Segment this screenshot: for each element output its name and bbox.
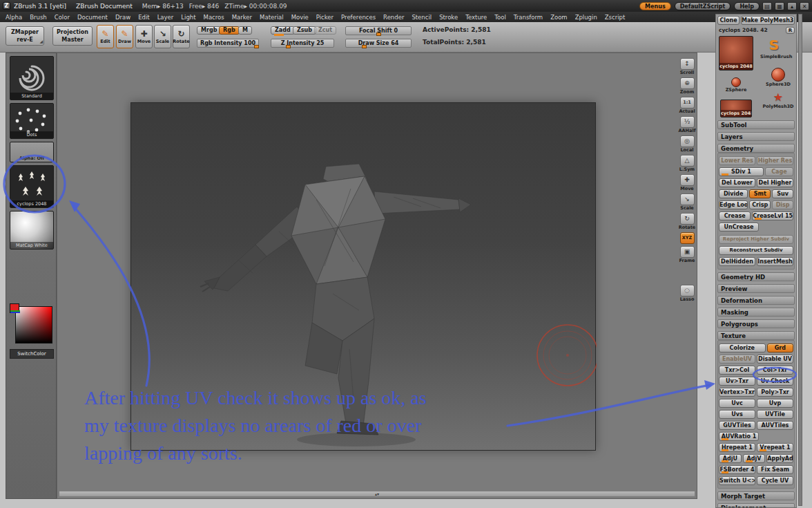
grd-button[interactable]: Grd <box>767 344 793 352</box>
rotate-button[interactable]: ↻ Rotate <box>173 25 190 48</box>
scale-button[interactable]: ↘ Scale <box>154 25 171 48</box>
menu-stroke[interactable]: Stroke <box>439 14 458 21</box>
minimize-icon[interactable]: ▴ <box>787 2 797 10</box>
auvratio-slider[interactable]: AUVRatio 1 <box>719 432 759 441</box>
delhidden-button[interactable]: DelHidden <box>719 257 755 266</box>
vrepeat-slider[interactable]: Vrepeat 1 <box>757 443 793 452</box>
mrgb-button[interactable]: Mrgb <box>197 26 221 35</box>
zsphere-tool[interactable]: ZSphere <box>720 77 752 93</box>
lsym-button[interactable]: △ L.Sym <box>678 155 696 172</box>
menu-picker[interactable]: Picker <box>316 14 334 21</box>
menu-zoom[interactable]: Zoom <box>550 14 568 21</box>
section-subtool[interactable]: SubTool <box>717 120 795 129</box>
menu-macros[interactable]: Macros <box>204 14 224 21</box>
menu-layer[interactable]: Layer <box>157 14 174 21</box>
menu-edit[interactable]: Edit <box>138 14 149 21</box>
reconstruct-subdiv-button[interactable]: Reconstruct Subdiv <box>719 246 793 255</box>
texture-tool-thumbnail[interactable]: cyclops 2048 <box>720 100 752 117</box>
adjv-slider[interactable]: AdjV <box>743 454 766 463</box>
rgb-button[interactable]: Rgb <box>219 26 240 35</box>
move-shelf-button[interactable]: ✚ Move <box>678 174 696 191</box>
divide-button[interactable]: Divide <box>719 189 748 198</box>
canvas-scrollbar[interactable]: ▴▾ <box>59 491 695 497</box>
simplebrush-tool[interactable]: S SimpleBrush <box>760 36 788 59</box>
aahalf-button[interactable]: ½ AAHalf <box>678 116 696 133</box>
cage-button[interactable]: Cage <box>765 167 793 176</box>
menu-marker[interactable]: Marker <box>232 14 252 21</box>
auvtiles-button[interactable]: AUVTiles <box>757 421 793 430</box>
lower-res-button[interactable]: Lower Res <box>719 156 755 165</box>
uvtile-button[interactable]: UVTile <box>757 410 793 419</box>
tool-panel-scrollbar[interactable] <box>798 14 802 506</box>
menu-brush[interactable]: Brush <box>30 14 47 21</box>
scroll-button[interactable]: ↕ Scroll <box>678 58 696 75</box>
higher-res-button[interactable]: Higher Res <box>757 156 793 165</box>
menu-light[interactable]: Light <box>181 14 195 21</box>
rotate-shelf-button[interactable]: ↻ Rotate <box>678 213 696 230</box>
menus-button[interactable]: Menus <box>639 2 671 10</box>
scrollbar-arrows-icon[interactable]: ▴▾ <box>375 491 379 496</box>
menu-alpha[interactable]: Alpha <box>6 14 22 21</box>
zoom-button[interactable]: ⊕ Zoom <box>678 77 696 95</box>
creaselvl-slider[interactable]: CreaseLvl 15 <box>752 211 793 220</box>
projection-master-button[interactable]: Projection Master <box>52 26 93 46</box>
section-geometry-hd[interactable]: Geometry HD <box>717 272 795 281</box>
menu-texture[interactable]: Texture <box>465 14 487 21</box>
shade-icon[interactable]: ▦ <box>775 2 784 10</box>
section-masking[interactable]: Masking <box>717 308 795 317</box>
draw-button[interactable]: ✎ Draw <box>116 25 133 48</box>
section-layers[interactable]: Layers <box>717 132 795 141</box>
menu-movie[interactable]: Movie <box>291 14 309 21</box>
section-displacement[interactable]: Displacement <box>717 503 795 508</box>
hrepeat-slider[interactable]: Hrepeat 1 <box>719 443 755 452</box>
rgb-intensity-slider[interactable]: Rgb Intensity 100 <box>197 39 259 48</box>
color-picker-gradient[interactable] <box>15 306 52 344</box>
reproject-higher-subdiv-button[interactable]: Reproject Higher Subdiv <box>719 235 793 244</box>
menu-draw[interactable]: Draw <box>115 14 130 21</box>
alpha-thumbnail[interactable]: Alpha: Off <box>10 142 54 162</box>
xyz-button[interactable]: XYZ <box>678 232 696 244</box>
smt-button[interactable]: Smt <box>749 189 771 198</box>
scale-shelf-button[interactable]: ↘ Scale <box>678 194 696 211</box>
poly-txr-button[interactable]: Poly>Txr <box>757 388 793 397</box>
texture-thumbnail[interactable]: cyclops 2048 <box>10 165 54 208</box>
txr-col-button[interactable]: Txr>Col <box>719 366 755 375</box>
local-button[interactable]: ◎ Local <box>678 135 696 153</box>
draw-size-slider[interactable]: Draw Size 64 <box>345 39 412 48</box>
uvs-button[interactable]: Uvs <box>719 410 755 419</box>
polymesh3d-tool[interactable]: ★ PolyMesh3D <box>762 91 795 109</box>
move-button[interactable]: ✚ Move <box>135 25 153 48</box>
insertmesh-button[interactable]: InsertMesh <box>757 257 793 266</box>
z-intensity-slider[interactable]: Z Intensity 25 <box>271 39 334 48</box>
rgb-swatch-icon[interactable] <box>10 303 19 313</box>
menu-preferences[interactable]: Preferences <box>341 14 376 21</box>
section-morph-target[interactable]: Morph Target <box>717 491 795 500</box>
vertex-txr-button[interactable]: Vertex>Txr <box>719 388 755 397</box>
disp-button[interactable]: Disp <box>772 200 793 209</box>
section-texture[interactable]: Texture <box>717 331 795 340</box>
default-zscript-button[interactable]: DefaultZScript <box>675 2 731 10</box>
menu-document[interactable]: Document <box>77 14 108 21</box>
uv-txr-button[interactable]: Uv>Txr <box>719 377 755 386</box>
m-button[interactable]: M <box>238 26 252 35</box>
adju-slider[interactable]: AdjU <box>719 454 742 463</box>
crease-button[interactable]: Crease <box>719 211 751 220</box>
help-button[interactable]: Help <box>734 2 760 10</box>
menu-transform[interactable]: Transform <box>514 14 543 21</box>
edge-loop-button[interactable]: Edge Loop <box>719 200 748 209</box>
menu-material[interactable]: Material <box>260 14 284 21</box>
disableuv-button[interactable]: Disable UV <box>757 355 793 364</box>
col-txr-button[interactable]: Col>Txr <box>757 366 793 375</box>
section-polygroups[interactable]: Polygroups <box>717 319 795 328</box>
colorize-button[interactable]: Colorize <box>719 344 766 352</box>
menu-zscript[interactable]: Zscript <box>605 14 626 21</box>
matcap-thumbnail[interactable]: MatCap White <box>10 211 54 250</box>
cycle-uv-button[interactable]: Cycle UV <box>757 476 793 485</box>
crisp-button[interactable]: Crisp <box>749 200 771 209</box>
z-intensity-knob[interactable] <box>286 45 291 48</box>
zmapper-button[interactable]: ZMapper rev-E ◢ <box>6 26 44 46</box>
menu-color[interactable]: Color <box>55 14 70 21</box>
menu-render[interactable]: Render <box>383 14 404 21</box>
menu-tool[interactable]: Tool <box>494 14 506 21</box>
actual-button[interactable]: 1:1 Actual <box>678 97 696 114</box>
